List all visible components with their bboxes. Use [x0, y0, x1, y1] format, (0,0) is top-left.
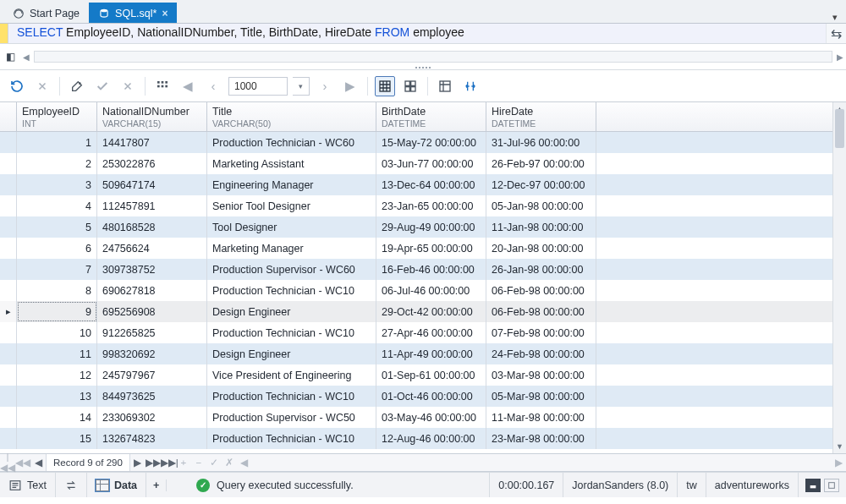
cell-title[interactable]: Production Supervisor - WC50 — [207, 407, 376, 428]
table-row[interactable]: 14233069302Production Supervisor - WC500… — [0, 407, 846, 428]
row-indicator[interactable] — [0, 174, 17, 195]
nav-commit-button[interactable]: ✓ — [206, 457, 222, 468]
row-indicator[interactable] — [0, 407, 17, 428]
cell-birthdate[interactable]: 29-Oct-42 00:00:00 — [376, 301, 486, 322]
cell-birthdate[interactable]: 06-Jul-46 00:00:00 — [376, 280, 486, 301]
hscroll-left-button[interactable]: ◀ — [20, 52, 32, 62]
column-header-nationalid[interactable]: NationalIDNumberVARCHAR(15) — [97, 102, 207, 131]
cell-birthdate[interactable]: 23-Jan-65 00:00:00 — [376, 195, 486, 216]
cell-employeeid[interactable]: 1 — [17, 132, 97, 153]
cell-nationalid[interactable]: 690627818 — [97, 280, 207, 301]
panel-docked-button[interactable] — [805, 479, 821, 492]
cell-title[interactable]: Production Supervisor - WC60 — [207, 259, 376, 280]
row-indicator[interactable] — [0, 386, 17, 407]
cell-hiredate[interactable]: 11-Jan-98 00:00:00 — [486, 216, 596, 238]
cell-birthdate[interactable]: 01-Sep-61 00:00:00 — [376, 364, 486, 386]
nav-hscroll-right[interactable]: ▶ — [831, 457, 846, 468]
nav-first-button[interactable]: |◀◀ — [0, 452, 15, 474]
splitter-handle-icon[interactable] — [398, 65, 448, 70]
row-indicator[interactable] — [0, 216, 17, 238]
cell-birthdate[interactable]: 13-Dec-64 00:00:00 — [376, 174, 486, 195]
cell-birthdate[interactable]: 29-Aug-49 00:00:00 — [376, 216, 486, 238]
cell-birthdate[interactable]: 19-Apr-65 00:00:00 — [376, 238, 486, 259]
cell-title[interactable]: Design Engineer — [207, 301, 376, 322]
table-row[interactable]: 624756624Marketing Manager19-Apr-65 00:0… — [0, 238, 846, 259]
cell-nationalid[interactable]: 14417807 — [97, 132, 207, 153]
nav-next-page-button[interactable]: ▶▶ — [146, 457, 161, 468]
cell-hiredate[interactable]: 12-Dec-97 00:00:00 — [486, 174, 596, 195]
cell-employeeid[interactable]: 12 — [17, 364, 97, 386]
row-indicator[interactable] — [0, 343, 17, 364]
grid-view-button[interactable] — [375, 76, 395, 96]
cell-title[interactable]: Production Technician - WC10 — [207, 322, 376, 343]
tab-start-page[interactable]: Start Page — [3, 3, 89, 23]
row-indicator[interactable] — [0, 322, 17, 343]
nav-next-button[interactable]: ▶ — [130, 457, 146, 468]
text-view-button[interactable]: Text — [0, 473, 56, 497]
cell-employeeid[interactable]: 8 — [17, 280, 97, 301]
row-indicator[interactable] — [0, 132, 17, 153]
swap-view-button[interactable] — [56, 473, 87, 497]
row-indicator[interactable]: ▸ — [0, 301, 17, 322]
nav-prev-page-button[interactable]: ◀◀ — [15, 457, 30, 468]
column-header-birthdate[interactable]: BirthDateDATETIME — [376, 102, 486, 131]
paging-mode-button[interactable] — [152, 76, 173, 96]
record-position[interactable]: Record 9 of 290 — [46, 454, 130, 471]
cell-employeeid[interactable]: 10 — [17, 322, 97, 343]
cell-title[interactable]: Production Technician - WC10 — [207, 386, 376, 407]
cell-employeeid[interactable]: 3 — [17, 174, 97, 195]
cell-nationalid[interactable]: 695256908 — [97, 301, 207, 322]
cell-hiredate[interactable]: 26-Jan-98 00:00:00 — [486, 259, 596, 280]
cell-employeeid[interactable]: 7 — [17, 259, 97, 280]
cell-title[interactable]: Vice President of Engineering — [207, 364, 376, 386]
row-indicator[interactable] — [0, 428, 17, 449]
table-row[interactable]: 8690627818Production Technician - WC1006… — [0, 280, 846, 301]
cell-hiredate[interactable]: 06-Feb-98 00:00:00 — [486, 280, 596, 301]
cell-hiredate[interactable]: 26-Feb-97 00:00:00 — [486, 153, 596, 174]
page-size-dropdown[interactable]: ▾ — [293, 77, 310, 96]
cell-nationalid[interactable]: 132674823 — [97, 428, 207, 449]
cell-birthdate[interactable]: 03-May-46 00:00:00 — [376, 407, 486, 428]
hscroll-right-button[interactable]: ▶ — [834, 52, 846, 62]
close-icon[interactable]: × — [162, 8, 168, 19]
cell-employeeid[interactable]: 13 — [17, 386, 97, 407]
cell-title[interactable]: Engineering Manager — [207, 174, 376, 195]
column-header-title[interactable]: TitleVARCHAR(50) — [207, 102, 376, 131]
panel-full-button[interactable] — [824, 479, 839, 492]
cell-nationalid[interactable]: 844973625 — [97, 386, 207, 407]
nav-hscroll-left[interactable]: ◀ — [237, 457, 252, 468]
row-indicator[interactable] — [0, 280, 17, 301]
nav-last-button[interactable]: ▶▶| — [161, 457, 176, 468]
cell-hiredate[interactable]: 31-Jul-96 00:00:00 — [486, 132, 596, 153]
cell-hiredate[interactable]: 23-Mar-98 00:00:00 — [486, 428, 596, 449]
split-panel-icon[interactable]: ◧ — [0, 51, 20, 63]
row-indicator[interactable] — [0, 364, 17, 386]
cell-birthdate[interactable]: 11-Apr-49 00:00:00 — [376, 343, 486, 364]
table-row[interactable]: ▸9695256908Design Engineer29-Oct-42 00:0… — [0, 301, 846, 322]
cell-nationalid[interactable]: 509647174 — [97, 174, 207, 195]
row-indicator[interactable] — [0, 195, 17, 216]
nav-cancel-button[interactable]: ✗ — [222, 457, 237, 468]
table-row[interactable]: 12245797967Vice President of Engineering… — [0, 364, 846, 386]
status-user[interactable]: JordanSanders (8.0) — [563, 473, 677, 497]
cell-birthdate[interactable]: 16-Feb-46 00:00:00 — [376, 259, 486, 280]
cell-nationalid[interactable]: 253022876 — [97, 153, 207, 174]
column-header-hiredate[interactable]: HireDateDATETIME — [486, 102, 596, 131]
cell-employeeid[interactable]: 9 — [17, 301, 97, 322]
cell-hiredate[interactable]: 24-Feb-98 00:00:00 — [486, 343, 596, 364]
nav-delete-button[interactable]: − — [191, 457, 206, 468]
nav-prev-button[interactable]: ◀ — [30, 457, 46, 468]
cell-employeeid[interactable]: 11 — [17, 343, 97, 364]
grid-body[interactable]: 114417807Production Technician - WC6015-… — [0, 132, 846, 453]
cell-employeeid[interactable]: 15 — [17, 428, 97, 449]
cell-hiredate[interactable]: 05-Jan-98 00:00:00 — [486, 195, 596, 216]
add-view-button[interactable]: + — [146, 479, 167, 491]
cell-nationalid[interactable]: 998320692 — [97, 343, 207, 364]
cell-birthdate[interactable]: 27-Apr-46 00:00:00 — [376, 322, 486, 343]
cell-birthdate[interactable]: 03-Jun-77 00:00:00 — [376, 153, 486, 174]
card-view-button[interactable] — [400, 76, 420, 96]
data-view-button[interactable]: Data — [87, 473, 146, 497]
table-row[interactable]: 2253022876Marketing Assistant03-Jun-77 0… — [0, 153, 846, 174]
hscroll-track[interactable] — [34, 51, 832, 63]
cell-title[interactable]: Marketing Assistant — [207, 153, 376, 174]
